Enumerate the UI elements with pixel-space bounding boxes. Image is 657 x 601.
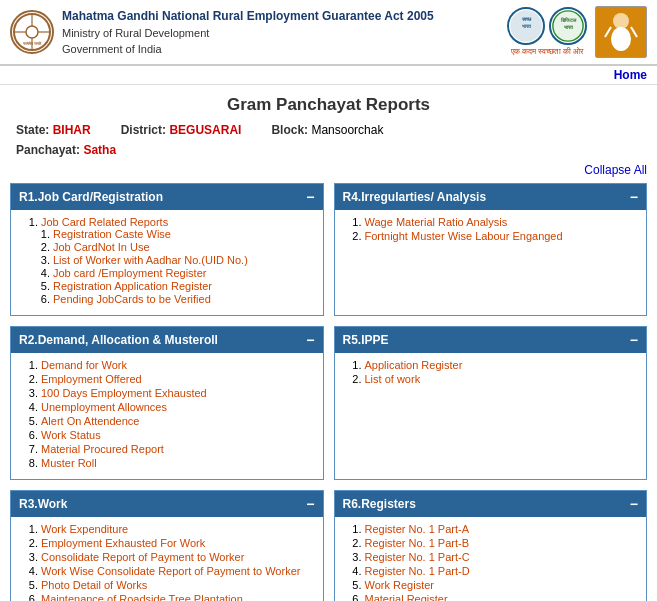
list-item: 100 Days Employment Exhausted (41, 387, 315, 399)
district-info: District: BEGUSARAI (121, 123, 242, 137)
list-item: List of Worker with Aadhar No.(UID No.) (53, 254, 315, 266)
block-label: Block: (271, 123, 308, 137)
section-r1: R1.Job Card/Registration − Job Card Rela… (10, 183, 324, 316)
collapse-all-link[interactable]: Collapse All (584, 163, 647, 177)
list-item: Work Expenditure (41, 523, 315, 535)
slogan: एक कदम स्वच्छता की ओर (511, 47, 584, 57)
state-info: State: BIHAR (16, 123, 91, 137)
section-r4: R4.Irregularties/ Analysis − Wage Materi… (334, 183, 648, 316)
svg-point-15 (611, 27, 631, 51)
collapse-bar: Collapse All (0, 161, 657, 179)
list-item: Work Register (365, 579, 639, 591)
svg-text:भारत: भारत (522, 24, 532, 29)
nav-bar: Home (0, 66, 657, 85)
skoch-logo: स्वच्छ भारत (507, 7, 545, 45)
section-r2-toggle[interactable]: − (306, 332, 314, 348)
list-item: Pending JobCards to be Verified (53, 293, 315, 305)
panchayat-label: Panchayat: (16, 143, 80, 157)
list-item: Fortnight Muster Wise Labour Enganged (365, 230, 639, 242)
list-item: Register No. 1 Part-A (365, 523, 639, 535)
list-item: Application Register (365, 359, 639, 371)
list-item: Demand for Work (41, 359, 315, 371)
list-item: Employment Exhausted For Work (41, 537, 315, 549)
list-item: Work Wise Consolidate Report of Payment … (41, 565, 315, 577)
list-item: Wage Material Ratio Analysis (365, 216, 639, 228)
svg-point-1 (26, 26, 38, 38)
list-item: Register No. 1 Part-D (365, 565, 639, 577)
block-info: Block: Mansoorchak (271, 123, 383, 137)
svg-text:स्वच्छ: स्वच्छ (521, 17, 532, 22)
section-r1-header: R1.Job Card/Registration − (11, 184, 323, 210)
header-title-line1: Mahatma Gandhi National Rural Employment… (62, 7, 434, 25)
svg-text:सत्यमेव जयते: सत्यमेव जयते (22, 41, 42, 46)
list-item: Register No. 1 Part-B (365, 537, 639, 549)
state-label: State: (16, 123, 49, 137)
header-title-line3: Government of India (62, 41, 434, 58)
page-title: Gram Panchayat Reports (0, 85, 657, 121)
section-r6-header: R6.Registers − (335, 491, 647, 517)
section-r1-body: Job Card Related Reports Registration Ca… (11, 210, 323, 315)
section-r2-header: R2.Demand, Allocation & Musteroll − (11, 327, 323, 353)
home-link[interactable]: Home (614, 68, 647, 82)
gandhi-image (595, 6, 647, 58)
header-right: स्वच्छ भारत डिजिटल भारत एक कदम स्वच्छता … (507, 6, 647, 58)
section-r5-header: R5.IPPE − (335, 327, 647, 353)
section-r5-body: Application Register List of work (335, 353, 647, 395)
section-r1-toggle[interactable]: − (306, 189, 314, 205)
section-r3-title: R3.Work (19, 497, 67, 511)
section-r5-title: R5.IPPE (343, 333, 389, 347)
list-item: Alert On Attendence (41, 415, 315, 427)
list-item: Registration Application Register (53, 280, 315, 292)
info-bar: State: BIHAR District: BEGUSARAI Block: … (0, 121, 657, 141)
section-r3-header: R3.Work − (11, 491, 323, 517)
section-r4-header: R4.Irregularties/ Analysis − (335, 184, 647, 210)
section-r2-body: Demand for Work Employment Offered 100 D… (11, 353, 323, 479)
section-r5: R5.IPPE − Application Register List of w… (334, 326, 648, 480)
section-r3: R3.Work − Work Expenditure Employment Ex… (10, 490, 324, 601)
list-item: Work Status (41, 429, 315, 441)
header-text: Mahatma Gandhi National Rural Employment… (62, 7, 434, 58)
section-r6-title: R6.Registers (343, 497, 416, 511)
list-item: Job card /Employment Register (53, 267, 315, 279)
section-r2: R2.Demand, Allocation & Musteroll − Dema… (10, 326, 324, 480)
section-r6: R6.Registers − Register No. 1 Part-A Reg… (334, 490, 648, 601)
list-item: Muster Roll (41, 457, 315, 469)
header-left: सत्यमेव जयते Mahatma Gandhi National Rur… (10, 7, 434, 58)
section-r1-title: R1.Job Card/Registration (19, 190, 163, 204)
list-item: Consolidate Report of Payment to Worker (41, 551, 315, 563)
list-item: Job CardNot In Use (53, 241, 315, 253)
district-label: District: (121, 123, 166, 137)
section-r4-toggle[interactable]: − (630, 189, 638, 205)
district-value: BEGUSARAI (169, 123, 241, 137)
header: सत्यमेव जयते Mahatma Gandhi National Rur… (0, 0, 657, 66)
svg-text:भारत: भारत (564, 25, 574, 30)
bharat-logo: डिजिटल भारत (549, 7, 587, 45)
list-item: Employment Offered (41, 373, 315, 385)
panchayat-bar: Panchayat: Satha (0, 141, 657, 161)
section-r6-body: Register No. 1 Part-A Register No. 1 Par… (335, 517, 647, 601)
panchayat-value: Satha (83, 143, 116, 157)
svg-text:डिजिटल: डिजिटल (560, 17, 577, 23)
svg-point-14 (613, 13, 629, 29)
section-r5-toggle[interactable]: − (630, 332, 638, 348)
block-value: Mansoorchak (311, 123, 383, 137)
list-item: Material Register (365, 593, 639, 601)
emblem-logo: सत्यमेव जयते (10, 10, 54, 54)
list-item: Register No. 1 Part-C (365, 551, 639, 563)
list-item: Job Card Related Reports Registration Ca… (41, 216, 315, 305)
section-r2-title: R2.Demand, Allocation & Musteroll (19, 333, 218, 347)
list-item: Material Procured Report (41, 443, 315, 455)
list-item: List of work (365, 373, 639, 385)
list-item: Photo Detail of Works (41, 579, 315, 591)
section-r4-title: R4.Irregularties/ Analysis (343, 190, 487, 204)
header-title-line2: Ministry of Rural Development (62, 25, 434, 42)
state-value: BIHAR (53, 123, 91, 137)
section-r3-toggle[interactable]: − (306, 496, 314, 512)
section-r6-toggle[interactable]: − (630, 496, 638, 512)
section-r3-body: Work Expenditure Employment Exhausted Fo… (11, 517, 323, 601)
list-item: Unemployment Allownces (41, 401, 315, 413)
main-grid: R1.Job Card/Registration − Job Card Rela… (0, 179, 657, 601)
list-item: Maintenance of Roadside Tree Plantation (41, 593, 315, 601)
section-r4-body: Wage Material Ratio Analysis Fortnight M… (335, 210, 647, 252)
list-item: Registration Caste Wise (53, 228, 315, 240)
